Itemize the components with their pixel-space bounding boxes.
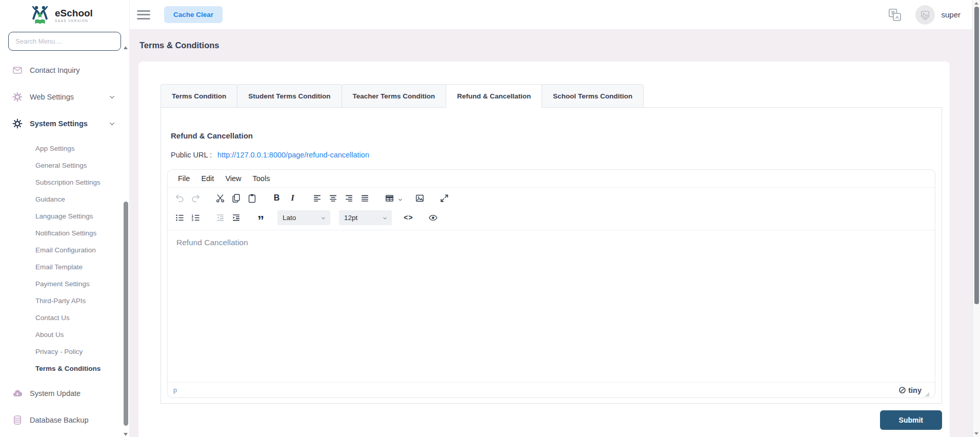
sidebar-scrollbar[interactable] [123,46,129,436]
page-scrollbar-thumb[interactable] [974,7,979,304]
indent-icon[interactable] [228,210,244,225]
image-icon[interactable] [412,190,428,206]
username[interactable]: super [941,10,961,19]
sidebar-subitem-privacy-policy[interactable]: Privacy - Policy [0,343,129,360]
tab-bar: Terms Condition Student Terms Condition … [161,84,942,108]
no-image-icon [919,9,931,21]
section-heading: Refund & Cancellation [171,131,935,140]
tab-school-terms-condition[interactable]: School Terms Condition [542,84,644,108]
undo-icon[interactable] [172,190,188,206]
fullscreen-icon[interactable] [436,190,452,206]
font-family-value: Lato [283,214,296,222]
numbered-list-icon[interactable] [188,210,204,225]
cut-icon[interactable] [212,190,228,206]
redo-icon[interactable] [188,190,204,206]
tab-teacher-terms-condition[interactable]: Teacher Terms Condition [342,84,447,108]
sidebar-item-web-settings[interactable]: Web Settings [0,87,129,107]
search-input[interactable] [8,32,121,51]
avatar[interactable] [915,5,935,25]
align-justify-icon[interactable] [357,190,373,206]
resize-handle-icon[interactable] [925,390,931,396]
align-right-icon[interactable] [341,190,357,206]
system-settings-submenu: App Settings General Settings Subscripti… [0,140,129,377]
menu-file[interactable]: File [172,172,195,185]
italic-icon[interactable]: I [285,190,301,206]
chevron-down-icon [108,93,116,101]
sidebar-subitem-notification-settings[interactable]: Notification Settings [0,225,129,242]
sidebar-item-system-update[interactable]: System Update [0,383,129,404]
tiny-brand-link[interactable]: tiny [898,386,922,394]
editor-menubar: File Edit View Tools [168,170,935,188]
chevron-down-icon [382,215,388,221]
sidebar-subitem-about-us[interactable]: About Us [0,326,129,343]
menu-edit[interactable]: Edit [195,172,219,185]
rich-text-editor: File Edit View Tools [167,169,935,398]
menu-view[interactable]: View [219,172,247,185]
scroll-up-arrow-icon[interactable] [124,46,128,49]
editor-paragraph: Refund Cancellation [176,238,926,247]
sidebar-scrollbar-thumb[interactable] [124,202,128,426]
copy-icon[interactable] [228,190,244,206]
sidebar-subitem-guidance[interactable]: Guidance [0,191,129,208]
sidebar-subitem-email-template[interactable]: Email Template [0,259,129,275]
sidebar-item-label: Contact Inquiry [30,66,80,74]
sidebar-subitem-app-settings[interactable]: App Settings [0,140,129,157]
sidebar-subitem-language-settings[interactable]: Language Settings [0,208,129,225]
sidebar-item-label: Web Settings [30,93,74,101]
sidebar-subitem-general-settings[interactable]: General Settings [0,157,129,174]
editor-toolbar: B I [168,188,935,230]
brand-tagline: SAAS VERSION [55,19,93,23]
element-path[interactable]: p [173,387,177,394]
tab-terms-condition[interactable]: Terms Condition [161,84,237,108]
scroll-down-arrow-icon[interactable] [974,432,978,435]
toolbar-row-2: ” Lato 12pt <> [172,208,931,227]
font-family-select[interactable]: Lato [277,210,330,225]
public-url-link[interactable]: http://127.0.0.1:8000/page/refund-cancel… [217,151,369,159]
cache-clear-button[interactable]: Cache Clear [164,6,223,23]
brand-name: eSchool [55,8,93,18]
sidebar-item-label: System Update [30,389,81,398]
bold-icon[interactable]: B [269,190,285,206]
tiny-brand-label: tiny [908,386,922,394]
align-left-icon[interactable] [309,190,325,206]
sidebar-item-database-backup[interactable]: Database Backup [0,410,129,430]
sidebar-subitem-contact-us[interactable]: Contact Us [0,309,129,326]
scroll-up-arrow-icon[interactable] [974,2,978,5]
page-scrollbar[interactable] [972,0,980,437]
form-actions: Submit [161,410,942,430]
menu-tools[interactable]: Tools [247,172,276,185]
bullet-list-icon[interactable] [172,210,188,225]
editor-content-area[interactable]: Refund Cancellation [168,230,935,382]
sidebar-item-contact-inquiry[interactable]: Contact Inquiry [0,60,129,81]
tab-student-terms-condition[interactable]: Student Terms Condition [237,84,342,108]
table-chevron-icon[interactable] [397,195,403,201]
sidebar-subitem-email-configuration[interactable]: Email Configuration [0,242,129,259]
public-url-label: Public URL : [171,151,212,159]
paste-icon[interactable] [244,190,260,206]
sidebar-subitem-subscription-settings[interactable]: Subscription Settings [0,174,129,191]
outdent-icon[interactable] [212,210,228,225]
public-url-row: Public URL : http://127.0.0.1:8000/page/… [171,151,935,159]
font-size-select[interactable]: 12pt [339,210,392,225]
editor-statusbar: p tiny [168,382,935,398]
brand[interactable]: eSchool SAAS VERSION [0,0,129,27]
envelope-icon [12,65,23,75]
blockquote-icon[interactable]: ” [253,210,269,225]
sidebar-item-system-settings[interactable]: System Settings [0,113,129,134]
hamburger-menu-icon[interactable] [137,10,150,19]
submit-button[interactable]: Submit [880,410,942,430]
sidebar-subitem-third-party-apis[interactable]: Third-Party APIs [0,292,129,309]
translate-icon[interactable] [888,8,902,22]
toolbar-row-1: B I [172,188,931,208]
sidebar: eSchool SAAS VERSION Contact Inquiry Web… [0,0,130,437]
sidebar-subitem-payment-settings[interactable]: Payment Settings [0,275,129,292]
preview-icon[interactable] [425,210,441,225]
sidebar-subitem-terms-conditions[interactable]: Terms & Conditions [0,360,129,377]
database-icon [12,415,23,425]
table-icon[interactable] [382,190,397,206]
tiny-logo-icon [898,386,906,394]
tab-refund-cancellation[interactable]: Refund & Cancellation [446,84,542,108]
code-icon[interactable]: <> [401,210,416,225]
scroll-down-arrow-icon[interactable] [124,433,128,436]
align-center-icon[interactable] [325,190,341,206]
